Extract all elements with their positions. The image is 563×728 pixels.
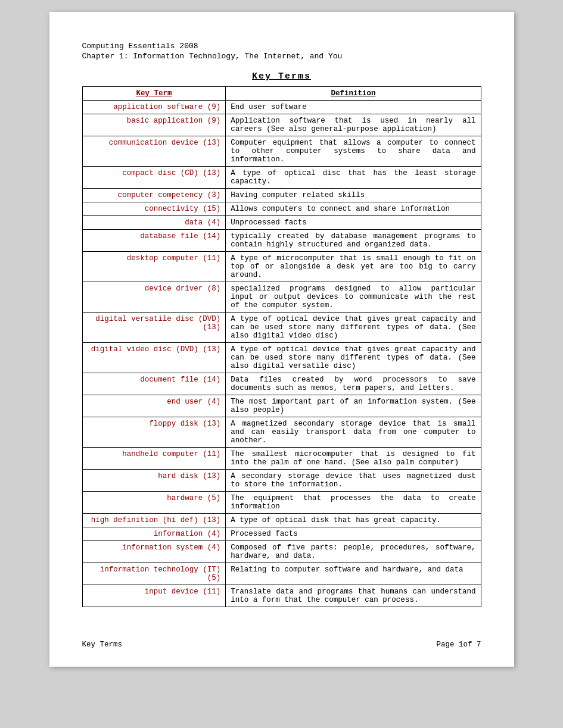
table-row: communication device (13)Computer equipm… [82,136,481,167]
definition-cell: A type of optical device that gives grea… [226,343,481,373]
definition-cell: A type of optical disk that has great ca… [226,514,481,527]
key-terms-table: Key Term Definition application software… [82,86,481,607]
table-row: compact disc (CD) (13)A type of optical … [82,167,481,189]
term-cell: digital video disc (DVD) (13) [82,343,226,373]
definition-cell: Computer equipment that allows a compute… [226,136,481,167]
page-footer: Key Terms Page 1of 7 [82,640,481,649]
definition-cell: Composed of five parts: people, procedur… [226,541,481,563]
term-cell: handheld computer (11) [82,448,226,470]
chapter-title: Chapter 1: Information Technology, The I… [82,52,481,61]
table-row: application software (9)End user softwar… [82,101,481,114]
term-cell: data (4) [82,216,226,230]
footer-right: Page 1of 7 [436,640,481,649]
term-cell: hardware (5) [82,492,226,514]
table-row: input device (11)Translate data and prog… [82,585,481,607]
definition-cell: Data files created by word processors to… [226,373,481,395]
term-cell: floppy disk (13) [82,417,226,448]
definition-cell: The smallest microcomputer that is desig… [226,448,481,470]
book-title: Computing Essentials 2008 [82,42,481,51]
table-row: document file (14)Data files created by … [82,373,481,395]
term-cell: device driver (8) [82,282,226,313]
table-row: high definition (hi def) (13)A type of o… [82,514,481,527]
term-cell: database file (14) [82,230,226,252]
definition-cell: Allows computers to connect and share in… [226,202,481,216]
term-cell: information technology (IT) (5) [82,563,226,585]
term-cell: high definition (hi def) (13) [82,514,226,527]
definition-cell: A type of microcomputer that is small en… [226,252,481,282]
term-cell: information system (4) [82,541,226,563]
definition-cell: specialized programs designed to allow p… [226,282,481,313]
term-cell: compact disc (CD) (13) [82,167,226,189]
definition-cell: A magnetized secondary storage device th… [226,417,481,448]
term-cell: information (4) [82,527,226,541]
table-row: connectivity (15)Allows computers to con… [82,202,481,216]
table-row: floppy disk (13)A magnetized secondary s… [82,417,481,448]
definition-cell: Application software that is used in nea… [226,114,481,136]
section-heading: Key Terms [82,71,481,82]
definition-cell: Having computer related skills [226,189,481,202]
term-cell: desktop computer (11) [82,252,226,282]
table-row: information system (4)Composed of five p… [82,541,481,563]
footer-left: Key Terms [82,640,123,649]
col-header-term: Key Term [82,87,226,101]
table-row: digital versatile disc (DVD) (13)A type … [82,313,481,343]
table-row: handheld computer (11)The smallest micro… [82,448,481,470]
table-row: device driver (8)specialized programs de… [82,282,481,313]
table-row: database file (14)typically created by d… [82,230,481,252]
definition-cell: Relating to computer software and hardwa… [226,563,481,585]
definition-cell: Processed facts [226,527,481,541]
table-row: computer competency (3)Having computer r… [82,189,481,202]
definition-cell: End user software [226,101,481,114]
term-cell: input device (11) [82,585,226,607]
term-cell: communication device (13) [82,136,226,167]
definition-cell: The most important part of an informatio… [226,395,481,417]
table-row: data (4)Unprocessed facts [82,216,481,230]
page: Computing Essentials 2008 Chapter 1: Inf… [49,12,514,667]
definition-cell: Unprocessed facts [226,216,481,230]
term-cell: end user (4) [82,395,226,417]
definition-cell: A secondary storage device that uses mag… [226,470,481,492]
term-cell: application software (9) [82,101,226,114]
table-row: basic application (9)Application softwar… [82,114,481,136]
table-row: hard disk (13)A secondary storage device… [82,470,481,492]
term-cell: basic application (9) [82,114,226,136]
table-row: information technology (IT) (5)Relating … [82,563,481,585]
term-cell: hard disk (13) [82,470,226,492]
table-row: desktop computer (11)A type of microcomp… [82,252,481,282]
term-cell: document file (14) [82,373,226,395]
term-cell: digital versatile disc (DVD) (13) [82,313,226,343]
term-cell: computer competency (3) [82,189,226,202]
definition-cell: The equipment that processes the data to… [226,492,481,514]
definition-cell: A type of optical disc that has the leas… [226,167,481,189]
definition-cell: Translate data and programs that humans … [226,585,481,607]
definition-cell: A type of optical device that gives grea… [226,313,481,343]
term-cell: connectivity (15) [82,202,226,216]
definition-cell: typically created by database management… [226,230,481,252]
table-row: end user (4)The most important part of a… [82,395,481,417]
col-header-definition: Definition [226,87,481,101]
table-row: hardware (5)The equipment that processes… [82,492,481,514]
table-row: information (4)Processed facts [82,527,481,541]
table-row: digital video disc (DVD) (13)A type of o… [82,343,481,373]
